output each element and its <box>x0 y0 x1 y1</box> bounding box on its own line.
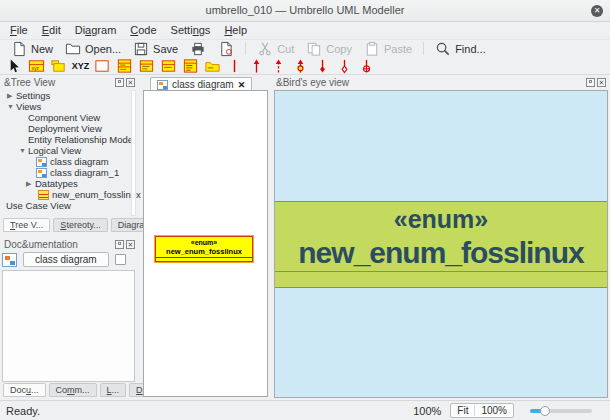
label-part: F <box>10 24 17 36</box>
label-part: elp <box>232 24 247 36</box>
tab-l[interactable]: L... <box>100 383 127 397</box>
documentation-header-label: Doc&umentation <box>4 239 78 250</box>
menu-diagram[interactable]: Diagram <box>68 22 124 38</box>
close-panel-icon[interactable]: ✕ <box>126 240 135 249</box>
birdseye-enum-name: new_enum_fosslinux <box>275 236 607 269</box>
window-close-icon[interactable]: ✕ <box>591 5 603 17</box>
tree-item-class-diagram[interactable]: class diagram <box>2 156 130 167</box>
tree-item-component-view[interactable]: Component View <box>2 112 130 123</box>
tree-item-entity-relationship-model[interactable]: Entity Relationship Model <box>2 134 130 145</box>
application-window: umbrello_010 — Umbrello UML Modeller ✕ F… <box>0 0 610 420</box>
entity-tool-button[interactable] <box>202 57 223 74</box>
interface-tool-button[interactable] <box>136 57 157 74</box>
tree-item-label: new_enum_fosslinux <box>52 189 141 200</box>
menu-code[interactable]: Code <box>123 22 163 38</box>
association-line-tool-button[interactable] <box>224 57 245 74</box>
tree-item-views[interactable]: ▼Views <box>2 101 130 112</box>
arrow-up-icon <box>248 58 265 74</box>
menu-edit[interactable]: Edit <box>35 22 68 38</box>
menubar: FileEditDiagramCodeSettingsHelp <box>0 22 610 39</box>
find-button[interactable]: Find... <box>429 40 492 58</box>
diagram-canvas[interactable]: «enum» new_enum_fosslinux <box>143 90 268 397</box>
collapsed-expander-icon[interactable]: ▶ <box>7 92 16 100</box>
zoom-slider-handle[interactable] <box>540 406 550 416</box>
zoom-slider[interactable] <box>530 409 592 413</box>
tree-item-label: Settings <box>16 90 50 101</box>
copy-button[interactable]: Copy <box>300 40 358 58</box>
toolbar-separator <box>245 42 246 55</box>
float-panel-icon[interactable] <box>115 78 124 87</box>
package-tool-button[interactable] <box>48 57 69 74</box>
save-button[interactable]: Save <box>127 40 184 58</box>
datatype-tool-button[interactable] <box>158 57 179 74</box>
statusbar: Ready. 100% Fit 100% <box>0 400 610 420</box>
enum-tool-button[interactable] <box>180 57 201 74</box>
documentation-textarea[interactable] <box>2 270 135 382</box>
containment-tool-button[interactable] <box>356 57 377 74</box>
filled-diamond-arrow-icon <box>314 58 331 74</box>
menu-settings[interactable]: Settings <box>164 22 218 38</box>
open-button[interactable]: Open... <box>59 40 127 58</box>
label-part: Doc <box>10 385 26 395</box>
save-button-label: Save <box>153 43 178 55</box>
tree-item-deployment-view[interactable]: Deployment View <box>2 123 130 134</box>
tree-item-new-enum-fosslinux[interactable]: new_enum_fosslinux <box>2 189 130 200</box>
new-button[interactable]: New <box>5 40 59 58</box>
work-toolbar: xyz XYZ <box>0 57 610 75</box>
zoom-100-button[interactable]: 100% <box>475 405 513 416</box>
directed-association-tool-button[interactable] <box>246 57 267 74</box>
tree-item-class-diagram-1[interactable]: class diagram_1 <box>2 167 130 178</box>
documentation-toolbar: class diagram <box>2 251 126 268</box>
box-tool-button[interactable] <box>92 57 113 74</box>
enum-widget[interactable]: «enum» new_enum_fosslinux <box>155 236 253 262</box>
tab-comm[interactable]: Comm... <box>49 383 97 397</box>
expanded-expander-icon[interactable]: ▼ <box>7 103 16 110</box>
print-preview-button[interactable] <box>212 40 240 58</box>
tree-view-header-label: &Tree View <box>4 77 55 88</box>
collapsed-expander-icon[interactable]: ▶ <box>26 180 35 188</box>
doc-target-button[interactable]: class diagram <box>23 252 109 267</box>
titlebar: umbrello_010 — Umbrello UML Modeller ✕ <box>0 0 610 22</box>
cut-scissors-icon <box>257 41 273 57</box>
diagram-tab[interactable]: class diagram ✕ <box>150 77 252 91</box>
paste-button[interactable]: Paste <box>358 40 418 58</box>
text-tool-button[interactable]: XYZ <box>70 57 91 74</box>
composition-tool-button[interactable] <box>312 57 333 74</box>
birdseye-view[interactable]: «enum» new_enum_fosslinux <box>274 90 608 398</box>
tree-scrollbar[interactable] <box>131 90 136 216</box>
zoom-fit-button[interactable]: Fit <box>451 405 474 416</box>
tree-item-datatypes[interactable]: ▶Datatypes <box>2 178 130 189</box>
tree-item-label: Entity Relationship Model <box>28 134 135 145</box>
print-button[interactable] <box>184 40 212 58</box>
object-tool-button[interactable]: xyz <box>26 57 47 74</box>
tab-docu[interactable]: Docu... <box>3 383 46 397</box>
tree-item-settings[interactable]: ▶Settings <box>2 90 130 101</box>
diagram-doc-icon <box>2 253 17 267</box>
close-panel-icon[interactable]: ✕ <box>126 78 135 87</box>
cut-button[interactable]: Cut <box>251 40 300 58</box>
expanded-expander-icon[interactable]: ▼ <box>19 147 28 154</box>
enum-stereotype: «enum» <box>156 238 252 247</box>
dependency-tool-button[interactable] <box>268 57 289 74</box>
tree-item-logical-view[interactable]: ▼Logical View <box>2 145 130 156</box>
zoom-value: 100% <box>413 405 441 417</box>
main-toolbar: New Open... Save <box>0 39 610 57</box>
close-panel-icon[interactable]: ✕ <box>597 78 606 87</box>
object-icon: xyz <box>28 58 45 74</box>
float-panel-icon[interactable] <box>586 78 595 87</box>
float-panel-icon[interactable] <box>115 240 124 249</box>
save-floppy-icon <box>133 41 149 57</box>
diagram-icon <box>36 168 47 178</box>
menu-help[interactable]: Help <box>217 22 254 38</box>
uni-association-tool-button[interactable] <box>290 57 311 74</box>
doc-checkbox[interactable] <box>115 254 126 265</box>
tab-close-icon[interactable]: ✕ <box>238 80 246 90</box>
tab-tree-v[interactable]: Tree V... <box>3 218 50 232</box>
tab-stereoty[interactable]: Stereoty... <box>53 218 107 232</box>
pointer-tool-button[interactable] <box>4 57 25 74</box>
tree-item-use-case-view[interactable]: Use Case View <box>2 200 130 211</box>
find-magnifier-icon <box>435 41 451 57</box>
menu-file[interactable]: File <box>3 22 35 38</box>
aggregation-tool-button[interactable] <box>334 57 355 74</box>
class-tool-button[interactable] <box>114 57 135 74</box>
